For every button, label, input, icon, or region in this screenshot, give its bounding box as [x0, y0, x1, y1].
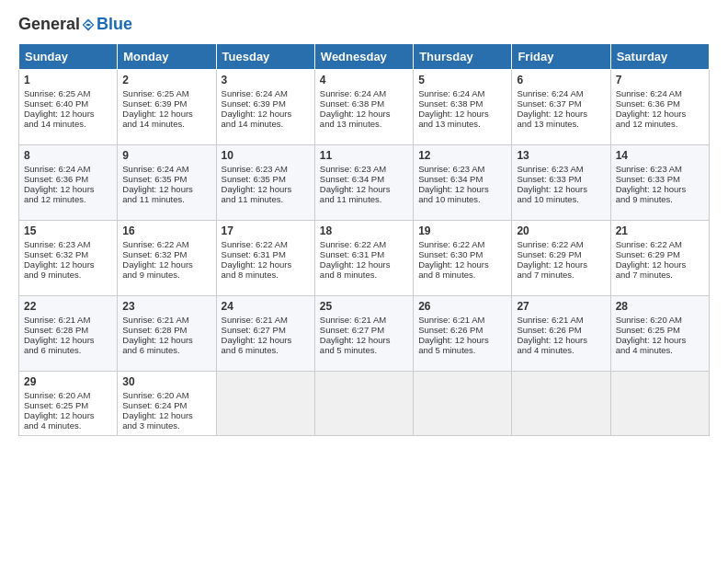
daylight-label: Daylight: 12 hoursand 13 minutes.	[418, 109, 489, 129]
day-number: 11	[320, 149, 408, 162]
sunset-label: Sunset: 6:25 PM	[616, 325, 680, 335]
col-sunday: Sunday	[19, 44, 118, 70]
logo: General Blue	[18, 15, 132, 34]
day-number: 17	[222, 224, 310, 237]
day-number: 10	[222, 149, 310, 162]
day-number: 18	[320, 224, 408, 237]
calendar-cell: 26 Sunrise: 6:21 AM Sunset: 6:26 PM Dayl…	[414, 296, 512, 372]
col-friday: Friday	[512, 44, 610, 70]
logo-blue: Blue	[97, 15, 132, 34]
calendar-table: Sunday Monday Tuesday Wednesday Thursday…	[18, 43, 710, 436]
calendar-cell: 3 Sunrise: 6:24 AM Sunset: 6:39 PM Dayli…	[216, 70, 314, 145]
sunrise-label: Sunrise: 6:20 AM	[24, 390, 90, 400]
calendar-cell: 30 Sunrise: 6:20 AM Sunset: 6:24 PM Dayl…	[118, 372, 216, 436]
sunset-label: Sunset: 6:35 PM	[222, 174, 286, 184]
daylight-label: Daylight: 12 hoursand 4 minutes.	[616, 335, 687, 355]
sunrise-label: Sunrise: 6:24 AM	[222, 88, 288, 98]
calendar-cell	[216, 372, 314, 436]
sunset-label: Sunset: 6:32 PM	[122, 249, 187, 259]
day-number: 26	[418, 300, 506, 313]
day-number: 4	[320, 74, 408, 86]
calendar-cell: 17 Sunrise: 6:22 AM Sunset: 6:31 PM Dayl…	[216, 221, 314, 296]
col-monday: Monday	[118, 44, 216, 70]
calendar-cell: 7 Sunrise: 6:24 AM Sunset: 6:36 PM Dayli…	[610, 70, 709, 145]
sunset-label: Sunset: 6:29 PM	[517, 249, 581, 259]
calendar-cell: 15 Sunrise: 6:23 AM Sunset: 6:32 PM Dayl…	[19, 221, 118, 296]
calendar-cell: 9 Sunrise: 6:24 AM Sunset: 6:35 PM Dayli…	[118, 145, 216, 221]
calendar-cell: 14 Sunrise: 6:23 AM Sunset: 6:33 PM Dayl…	[610, 145, 709, 221]
day-number: 27	[517, 300, 605, 313]
day-number: 14	[616, 149, 704, 162]
sunset-label: Sunset: 6:30 PM	[418, 249, 483, 259]
daylight-label: Daylight: 12 hoursand 8 minutes.	[418, 259, 489, 280]
sunrise-label: Sunrise: 6:21 AM	[418, 315, 484, 325]
sunrise-label: Sunrise: 6:23 AM	[24, 239, 90, 249]
day-number: 25	[320, 300, 408, 313]
sunset-label: Sunset: 6:39 PM	[222, 98, 286, 109]
daylight-label: Daylight: 12 hoursand 9 minutes.	[24, 259, 95, 280]
calendar-cell: 12 Sunrise: 6:23 AM Sunset: 6:34 PM Dayl…	[414, 145, 512, 221]
calendar-cell: 11 Sunrise: 6:23 AM Sunset: 6:34 PM Dayl…	[314, 145, 413, 221]
col-tuesday: Tuesday	[216, 44, 314, 70]
day-number: 28	[616, 300, 704, 313]
day-number: 19	[418, 224, 506, 237]
sunrise-label: Sunrise: 6:23 AM	[320, 164, 386, 174]
sunrise-label: Sunrise: 6:24 AM	[122, 164, 188, 174]
calendar-cell: 21 Sunrise: 6:22 AM Sunset: 6:29 PM Dayl…	[610, 221, 709, 296]
sunrise-label: Sunrise: 6:22 AM	[222, 239, 288, 249]
sunrise-label: Sunrise: 6:21 AM	[320, 315, 386, 325]
sunset-label: Sunset: 6:37 PM	[517, 98, 581, 109]
calendar-cell: 6 Sunrise: 6:24 AM Sunset: 6:37 PM Dayli…	[512, 70, 610, 145]
calendar-cell: 20 Sunrise: 6:22 AM Sunset: 6:29 PM Dayl…	[512, 221, 610, 296]
sunrise-label: Sunrise: 6:24 AM	[320, 88, 386, 98]
calendar-header-row: Sunday Monday Tuesday Wednesday Thursday…	[19, 44, 710, 70]
sunset-label: Sunset: 6:32 PM	[24, 249, 88, 259]
daylight-label: Daylight: 12 hoursand 4 minutes.	[517, 335, 587, 355]
sunrise-label: Sunrise: 6:23 AM	[616, 164, 682, 174]
day-number: 30	[122, 375, 210, 388]
calendar-cell: 1 Sunrise: 6:25 AM Sunset: 6:40 PM Dayli…	[19, 70, 118, 145]
sunrise-label: Sunrise: 6:21 AM	[122, 315, 188, 325]
sunset-label: Sunset: 6:24 PM	[122, 400, 187, 410]
calendar-cell	[610, 372, 709, 436]
calendar-cell: 4 Sunrise: 6:24 AM Sunset: 6:38 PM Dayli…	[314, 70, 413, 145]
daylight-label: Daylight: 12 hoursand 5 minutes.	[418, 335, 489, 355]
sunset-label: Sunset: 6:28 PM	[122, 325, 187, 335]
daylight-label: Daylight: 12 hoursand 3 minutes.	[122, 410, 193, 431]
sunset-label: Sunset: 6:36 PM	[616, 98, 680, 109]
daylight-label: Daylight: 12 hoursand 10 minutes.	[418, 184, 489, 204]
calendar-cell	[512, 372, 610, 436]
sunrise-label: Sunrise: 6:25 AM	[122, 88, 188, 98]
daylight-label: Daylight: 12 hoursand 9 minutes.	[616, 184, 687, 204]
day-number: 13	[517, 149, 605, 162]
calendar-cell: 2 Sunrise: 6:25 AM Sunset: 6:39 PM Dayli…	[118, 70, 216, 145]
sunrise-label: Sunrise: 6:25 AM	[24, 88, 90, 98]
daylight-label: Daylight: 12 hoursand 4 minutes.	[24, 410, 95, 431]
calendar-cell: 8 Sunrise: 6:24 AM Sunset: 6:36 PM Dayli…	[19, 145, 118, 221]
day-number: 22	[24, 300, 112, 313]
header: General Blue	[18, 15, 710, 34]
calendar-cell: 19 Sunrise: 6:22 AM Sunset: 6:30 PM Dayl…	[414, 221, 512, 296]
calendar-cell: 29 Sunrise: 6:20 AM Sunset: 6:25 PM Dayl…	[19, 372, 118, 436]
sunset-label: Sunset: 6:25 PM	[24, 400, 88, 410]
calendar-cell: 16 Sunrise: 6:22 AM Sunset: 6:32 PM Dayl…	[118, 221, 216, 296]
day-number: 1	[24, 74, 112, 86]
sunset-label: Sunset: 6:33 PM	[616, 174, 680, 184]
sunset-label: Sunset: 6:33 PM	[517, 174, 581, 184]
sunset-label: Sunset: 6:28 PM	[24, 325, 88, 335]
sunrise-label: Sunrise: 6:24 AM	[616, 88, 682, 98]
daylight-label: Daylight: 12 hoursand 10 minutes.	[517, 184, 587, 204]
sunset-label: Sunset: 6:29 PM	[616, 249, 680, 259]
sunset-label: Sunset: 6:26 PM	[517, 325, 581, 335]
page: General Blue Sunday Monday Tuesday Wedne…	[0, 0, 728, 563]
sunrise-label: Sunrise: 6:20 AM	[616, 315, 682, 325]
sunset-label: Sunset: 6:34 PM	[418, 174, 483, 184]
sunrise-label: Sunrise: 6:22 AM	[517, 239, 583, 249]
daylight-label: Daylight: 12 hoursand 13 minutes.	[517, 109, 587, 129]
day-number: 3	[222, 74, 310, 86]
day-number: 5	[418, 74, 506, 86]
daylight-label: Daylight: 12 hoursand 11 minutes.	[222, 184, 292, 204]
sunrise-label: Sunrise: 6:23 AM	[222, 164, 288, 174]
sunrise-label: Sunrise: 6:21 AM	[517, 315, 583, 325]
day-number: 24	[222, 300, 310, 313]
